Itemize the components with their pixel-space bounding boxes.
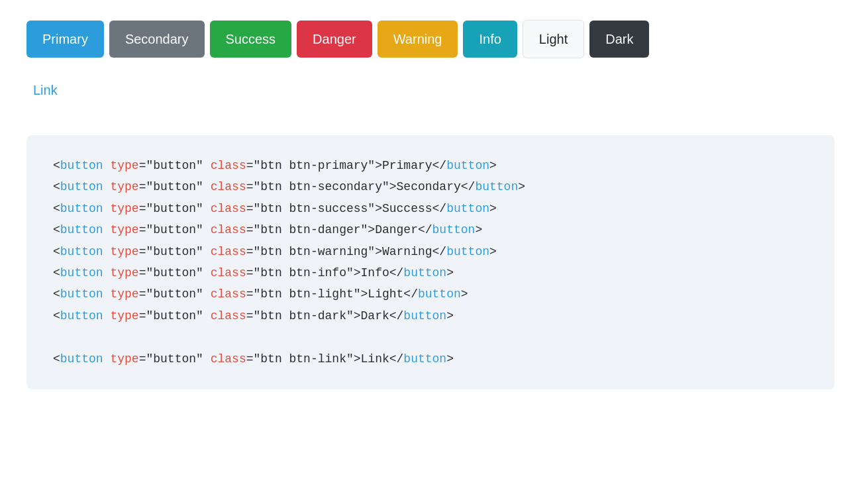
- code-line-8: <button type="button" class="btn btn-dar…: [53, 305, 808, 327]
- code-line-7: <button type="button" class="btn btn-lig…: [53, 283, 808, 305]
- btn-primary[interactable]: Primary: [26, 21, 104, 58]
- code-line-6: <button type="button" class="btn btn-inf…: [53, 262, 808, 283]
- btn-success[interactable]: Success: [210, 21, 292, 58]
- btn-secondary[interactable]: Secondary: [109, 21, 205, 58]
- code-line-2: <button type="button" class="btn btn-sec…: [53, 176, 808, 197]
- btn-info[interactable]: Info: [463, 21, 517, 58]
- btn-danger[interactable]: Danger: [297, 21, 372, 58]
- btn-link[interactable]: Link: [26, 72, 64, 109]
- btn-dark[interactable]: Dark: [589, 21, 649, 58]
- buttons-row: Primary Secondary Success Danger Warning…: [26, 20, 835, 58]
- link-row: Link: [26, 72, 835, 109]
- code-line-5: <button type="button" class="btn btn-war…: [53, 241, 808, 262]
- code-line-empty: [53, 327, 808, 348]
- code-line-9: <button type="button" class="btn btn-lin…: [53, 348, 808, 370]
- btn-light[interactable]: Light: [523, 20, 584, 58]
- code-line-1: <button type="button" class="btn btn-pri…: [53, 155, 808, 176]
- btn-warning[interactable]: Warning: [378, 21, 458, 58]
- code-block: <button type="button" class="btn btn-pri…: [26, 135, 835, 389]
- code-line-3: <button type="button" class="btn btn-suc…: [53, 198, 808, 219]
- code-line-4: <button type="button" class="btn btn-dan…: [53, 219, 808, 240]
